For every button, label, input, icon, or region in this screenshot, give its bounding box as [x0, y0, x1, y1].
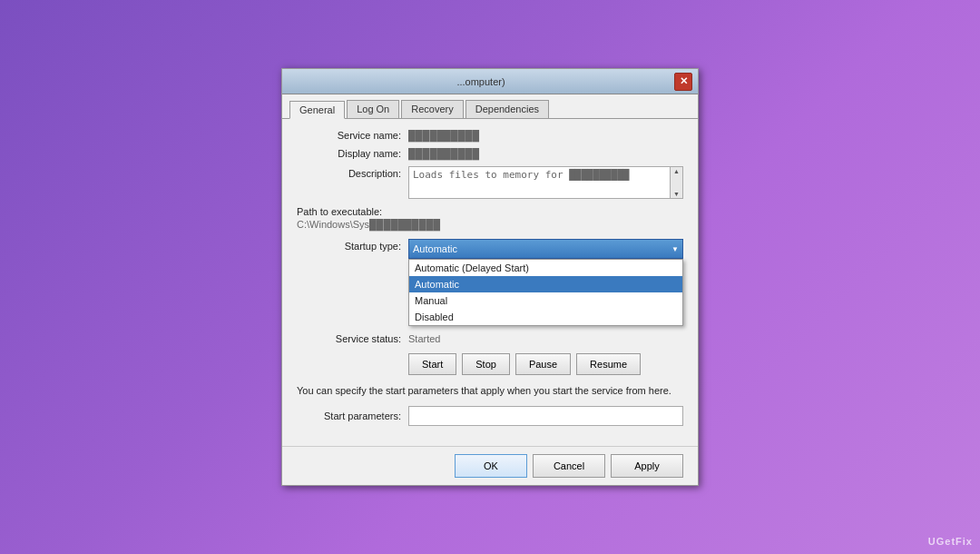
start-service-button[interactable]: Start: [408, 353, 456, 375]
tab-dependencies[interactable]: Dependencies: [466, 100, 549, 118]
dialog-body: Service name: ██████████ Display name: █…: [282, 119, 698, 445]
startup-type-wrapper: Automatic ▼ Automatic (Delayed Start) Au…: [408, 239, 683, 259]
ok-button[interactable]: OK: [455, 454, 527, 478]
service-name-row: Service name: ██████████: [297, 130, 683, 141]
bottom-buttons-bar: OK Cancel Apply: [282, 446, 698, 485]
tab-recovery[interactable]: Recovery: [401, 100, 463, 118]
select-dropdown-arrow-icon: ▼: [671, 245, 679, 253]
display-name-label: Display name:: [297, 148, 401, 159]
startup-type-label: Startup type:: [297, 239, 401, 252]
path-label: Path to executable:: [297, 206, 683, 217]
start-params-label: Start parameters:: [297, 411, 401, 421]
startup-type-row: Startup type: Automatic ▼ Automatic (Del…: [297, 239, 683, 259]
cancel-button[interactable]: Cancel: [533, 454, 605, 478]
scroll-down-icon[interactable]: ▼: [673, 191, 680, 197]
path-row: Path to executable: C:\Windows\Sys██████…: [297, 206, 683, 230]
description-scrollbar: ▲ ▼: [671, 166, 683, 199]
apply-button[interactable]: Apply: [611, 454, 683, 478]
description-input[interactable]: [408, 166, 671, 199]
tab-logon[interactable]: Log On: [347, 100, 399, 118]
watermark-text: UGetFix: [928, 536, 973, 547]
display-name-value: ██████████: [408, 148, 683, 159]
tabs-bar: General Log On Recovery Dependencies: [282, 94, 698, 119]
dropdown-item-manual[interactable]: Manual: [409, 292, 682, 309]
tab-general[interactable]: General: [289, 101, 345, 119]
service-action-buttons: Start Stop Pause Resume: [408, 353, 683, 375]
service-name-label: Service name:: [297, 130, 401, 141]
title-bar: ...omputer) ✕: [282, 69, 698, 94]
start-params-note: You can specify the start parameters tha…: [297, 384, 683, 398]
service-name-value: ██████████: [408, 130, 683, 141]
service-status-label: Service status:: [297, 333, 401, 344]
start-params-row: Start parameters:: [297, 406, 683, 426]
scroll-up-icon[interactable]: ▲: [673, 168, 680, 174]
dropdown-item-disabled[interactable]: Disabled: [409, 309, 682, 325]
pause-service-button[interactable]: Pause: [515, 353, 571, 375]
service-status-value: Started: [408, 333, 683, 344]
title-bar-text: ...omputer): [288, 76, 674, 87]
dropdown-item-automatic[interactable]: Automatic: [409, 276, 682, 292]
resume-service-button[interactable]: Resume: [576, 353, 641, 375]
service-properties-dialog: ...omputer) ✕ General Log On Recovery De…: [281, 68, 699, 485]
description-row: Description: ▲ ▼: [297, 166, 683, 199]
stop-service-button[interactable]: Stop: [462, 353, 510, 375]
startup-type-selected-value: Automatic: [413, 243, 457, 254]
close-button[interactable]: ✕: [674, 73, 692, 91]
description-label: Description:: [297, 166, 401, 179]
startup-type-dropdown: Automatic (Delayed Start) Automatic Manu…: [408, 259, 683, 326]
path-value: C:\Windows\Sys██████████: [297, 219, 683, 230]
start-params-input[interactable]: [408, 406, 683, 426]
service-status-row: Service status: Started: [297, 333, 683, 344]
dropdown-item-automatic-delayed[interactable]: Automatic (Delayed Start): [409, 260, 682, 276]
display-name-row: Display name: ██████████: [297, 148, 683, 159]
startup-type-select[interactable]: Automatic ▼: [408, 239, 683, 259]
